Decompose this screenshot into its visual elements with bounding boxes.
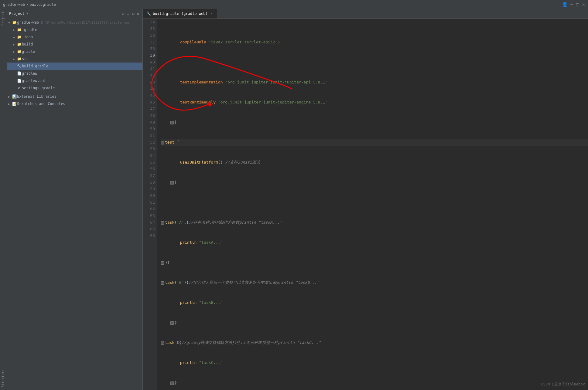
tree-item-settings-gradle[interactable]: ⚙ settings.gradle	[7, 84, 142, 92]
fold-39[interactable]: −	[161, 141, 164, 144]
icon-settings-gradle: ⚙	[16, 86, 22, 90]
tree-item-root[interactable]: ▼ 📁 gradle-web D:\ProgramWorkSpace\IDEA\…	[7, 19, 142, 26]
tree-item-gradle-folder[interactable]: ▶ 📁 gradle	[7, 48, 142, 55]
fold-38[interactable]: −	[170, 121, 174, 124]
tab-build-gradle[interactable]: 🔧 build.gradle (gradle-web) ✕	[143, 9, 217, 19]
icon-root-folder: 📁	[12, 20, 17, 25]
ln-56: 56	[144, 166, 155, 172]
icon-src-folder: 📁	[16, 57, 22, 61]
code-line-35	[161, 59, 588, 66]
tree-item-idea[interactable]: ▶ 📁 .idea	[7, 33, 142, 41]
title-bar: gradle-web › build.gradle 👤 ─ □ ✕	[0, 0, 588, 9]
dropdown-arrow[interactable]: ▼	[26, 12, 29, 15]
code-line-40: useJUnitPlatform() //支持Junit5测试	[161, 159, 588, 166]
ln-62: 62	[144, 206, 155, 212]
ln-58: 58	[144, 179, 155, 186]
main-layout: Project Structure Project ▼ ⊕ ≡ ⚙ ✕	[0, 9, 588, 390]
collapse-icon[interactable]: ≡	[126, 11, 130, 17]
ln-54: 54	[144, 152, 155, 159]
ln-36: 36	[144, 32, 155, 39]
fold-51[interactable]: −	[170, 382, 174, 385]
panel-header: Project ▼ ⊕ ≡ ⚙ ✕	[7, 9, 142, 18]
arrow-root: ▼	[7, 21, 12, 24]
line-numbers: 34 35 36 37 38 39 40 41 42 43 44 45 46 4…	[143, 19, 157, 390]
label-build-gradle: build.gradle	[22, 64, 141, 68]
ln-39: 39	[144, 52, 155, 59]
code-content[interactable]: compileOnly 'javax.servlet:servlet-api:2…	[157, 19, 588, 390]
ln-61: 61	[144, 199, 155, 206]
ln-55: 55	[144, 159, 155, 166]
panel-title: Project	[9, 12, 25, 16]
icon-gradle-folder2: 📁	[16, 49, 22, 54]
icon-idea-folder: 📁	[16, 35, 22, 39]
icon-scratches: 📝	[12, 102, 17, 106]
ln-35: 35	[144, 25, 155, 32]
label-src: src	[22, 57, 141, 61]
tree-item-build[interactable]: ▶ 📁 build	[7, 41, 142, 48]
ln-66: 66	[144, 232, 155, 239]
label-root: gradle-web D:\ProgramWorkSpace\IDEA\2022…	[17, 20, 141, 25]
code-line-34: compileOnly 'javax.servlet:servlet-api:2…	[161, 39, 588, 46]
tree-item-ext-libraries[interactable]: ▶ 📊 External Libraries	[7, 93, 142, 100]
arrow-idea: ▶	[12, 36, 16, 39]
fold-46[interactable]: −	[161, 281, 164, 285]
ln-40: 40	[144, 59, 155, 66]
code-line-51: −}	[161, 379, 588, 386]
label-gradlew: gradlew	[22, 71, 141, 76]
icon-gradlew-bat: 📄	[16, 79, 22, 83]
close-icon[interactable]: ✕	[136, 11, 140, 17]
tree-item-src[interactable]: ▶ 📁 src	[7, 55, 142, 63]
options-icon[interactable]: ⚙	[131, 11, 135, 17]
vert-labels: Project Structure	[0, 9, 7, 390]
ln-60: 60	[144, 192, 155, 199]
fold-49[interactable]: −	[161, 341, 164, 345]
tree-item-build-gradle[interactable]: 🔧 build.gradle	[7, 63, 142, 70]
ln-64: 64	[144, 219, 155, 226]
ln-43: 43	[144, 79, 155, 86]
ln-48: 48	[144, 112, 155, 119]
arrow-gradle-folder: ▶	[12, 50, 16, 53]
ln-52: 52	[144, 139, 155, 146]
tree-item-gradlew[interactable]: 📄 gradlew	[7, 70, 142, 77]
arrow-src: ▶	[12, 57, 16, 61]
breadcrumb-file: build.gradle	[29, 2, 56, 7]
code-line-50: println "taskC..."	[161, 359, 588, 366]
window-controls: ─ □ ✕	[570, 2, 585, 7]
breadcrumb-sep: ›	[26, 2, 28, 7]
tab-icon: 🔧	[146, 12, 151, 16]
code-line-46: −task('B'){//闭包作为最后一个参数可以直接从括号中拿出来printl…	[161, 279, 588, 286]
breadcrumb: gradle-web › build.gradle	[3, 2, 56, 7]
fold-45[interactable]: −	[161, 261, 164, 265]
label-build: build	[22, 42, 141, 46]
sidebar-content: Project ▼ ⊕ ≡ ⚙ ✕ ▼ 📁 gradle-web D:\	[7, 9, 142, 390]
code-line-48: −}	[161, 319, 588, 326]
vert-label-structure[interactable]: Structure	[0, 367, 7, 390]
watermark: CSDN @蓝盒子itbluebox	[541, 382, 585, 387]
vert-label-project[interactable]: Project	[0, 9, 7, 28]
user-icon[interactable]: 👤	[562, 2, 568, 7]
code-line-37: testRuntimeOnly 'org.junit.jupiter:junit…	[161, 99, 588, 106]
sync-icon[interactable]: ⊕	[121, 11, 125, 17]
code-line-36: testImplementation 'org.junit.jupiter:ju…	[161, 79, 588, 86]
fold-48[interactable]: −	[170, 321, 174, 325]
label-gradle-folder: gradle	[22, 49, 141, 54]
fold-41[interactable]: −	[170, 181, 174, 185]
ln-59: 59	[144, 186, 155, 192]
icon-build-folder: 📁	[16, 42, 22, 46]
code-line-39: −test {	[161, 139, 588, 146]
code-editor[interactable]: 34 35 36 37 38 39 40 41 42 43 44 45 46 4…	[143, 19, 588, 390]
tree-item-gradle-hidden[interactable]: ▶ 📁 .gradle	[7, 26, 142, 33]
icon-ext-libraries: 📊	[12, 94, 17, 99]
tree-item-gradlew-bat[interactable]: 📄 gradlew.bat	[7, 77, 142, 84]
tree-item-scratches[interactable]: ▶ 📝 Scratches and Consoles	[7, 100, 142, 107]
arrow-build: ▶	[12, 43, 16, 46]
code-line-49: −task C{//groovy语法支持省略方法括号:上面三种本质是一种prin…	[161, 339, 588, 346]
ln-44: 44	[144, 86, 155, 92]
ln-41: 41	[144, 66, 155, 72]
tab-label: build.gradle (gradle-web)	[153, 12, 208, 16]
tab-close-btn[interactable]: ✕	[210, 11, 214, 16]
ln-45: 45	[144, 92, 155, 99]
icon-gradle-folder: 📁	[16, 28, 22, 32]
label-idea: .idea	[22, 35, 141, 39]
fold-43[interactable]: −	[161, 221, 164, 225]
